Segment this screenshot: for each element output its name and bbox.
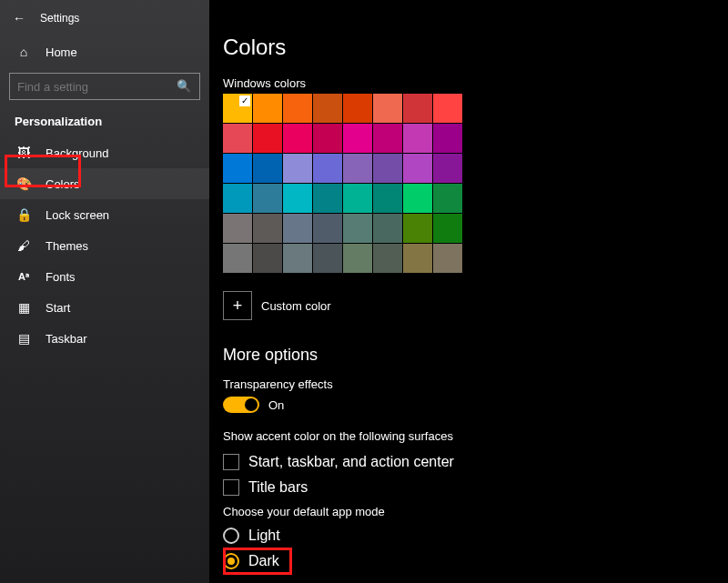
transparency-label: Transparency effects xyxy=(223,377,719,391)
home-icon: ⌂ xyxy=(15,45,33,59)
sidebar-group-label: Personalization xyxy=(0,111,209,137)
color-swatch[interactable] xyxy=(433,154,462,183)
main-content: Colors Windows colors ✓ + Custom color M… xyxy=(223,35,719,578)
color-swatch[interactable]: ✓ xyxy=(223,94,252,123)
sidebar-item-label: Themes xyxy=(46,239,88,253)
color-swatch[interactable] xyxy=(283,244,312,273)
color-swatch[interactable] xyxy=(223,214,252,243)
radio-dark[interactable]: Dark xyxy=(223,553,719,569)
color-swatch[interactable] xyxy=(253,244,282,273)
color-swatch[interactable] xyxy=(253,124,282,153)
radio-label: Light xyxy=(248,528,280,544)
color-swatch[interactable] xyxy=(283,184,312,213)
color-swatch[interactable] xyxy=(253,154,282,183)
color-swatch[interactable] xyxy=(313,154,342,183)
sidebar-item-label: Background xyxy=(46,146,108,160)
checkbox-label: Start, taskbar, and action center xyxy=(248,454,454,470)
sidebar-item-themes[interactable]: 🖌 Themes xyxy=(0,230,209,261)
checkbox-icon xyxy=(223,479,239,496)
color-swatch[interactable] xyxy=(433,94,462,123)
radio-icon xyxy=(223,553,239,569)
color-swatch[interactable] xyxy=(253,214,282,243)
sidebar-item-background[interactable]: 🖼 Background xyxy=(0,137,209,168)
color-swatch[interactable] xyxy=(403,184,432,213)
more-options-heading: More options xyxy=(223,346,719,365)
color-swatch[interactable] xyxy=(373,244,402,273)
color-swatch[interactable] xyxy=(343,94,372,123)
color-swatch[interactable] xyxy=(433,184,462,213)
color-swatch[interactable] xyxy=(313,124,342,153)
taskbar-icon: ▤ xyxy=(15,331,33,346)
sidebar-item-label: Taskbar xyxy=(46,332,87,346)
sidebar-item-lockscreen[interactable]: 🔒 Lock screen xyxy=(0,199,209,230)
checkbox-icon xyxy=(223,454,239,470)
transparency-toggle[interactable] xyxy=(223,397,259,413)
checkbox-start-taskbar[interactable]: Start, taskbar, and action center xyxy=(223,454,719,470)
color-swatch[interactable] xyxy=(433,214,462,243)
color-swatch[interactable] xyxy=(343,214,372,243)
page-title: Colors xyxy=(223,35,719,60)
accent-surfaces-label: Show accent color on the following surfa… xyxy=(223,429,719,443)
color-swatch[interactable] xyxy=(223,124,252,153)
color-swatch[interactable] xyxy=(313,94,342,123)
back-arrow-icon[interactable]: ← xyxy=(11,11,27,25)
sidebar-item-label: Lock screen xyxy=(46,208,109,222)
color-swatch[interactable] xyxy=(373,154,402,183)
color-swatch[interactable] xyxy=(253,184,282,213)
image-icon: 🖼 xyxy=(15,146,33,160)
color-swatch[interactable] xyxy=(403,124,432,153)
color-swatch[interactable] xyxy=(313,244,342,273)
fonts-icon: Aᵃ xyxy=(15,271,33,283)
search-wrap: 🔍 xyxy=(9,73,200,100)
color-swatch[interactable] xyxy=(433,244,462,273)
default-app-mode-label: Choose your default app mode xyxy=(223,505,719,518)
color-swatch[interactable] xyxy=(373,124,402,153)
start-icon: ▦ xyxy=(15,300,33,315)
custom-color-label: Custom color xyxy=(261,299,331,313)
checkbox-title-bars[interactable]: Title bars xyxy=(223,479,719,496)
color-swatch[interactable] xyxy=(283,94,312,123)
color-swatch[interactable] xyxy=(343,124,372,153)
sidebar-item-start[interactable]: ▦ Start xyxy=(0,292,209,323)
color-swatch[interactable] xyxy=(283,154,312,183)
color-swatch[interactable] xyxy=(223,244,252,273)
radio-icon xyxy=(223,528,239,544)
color-swatch[interactable] xyxy=(343,184,372,213)
color-swatch[interactable] xyxy=(253,94,282,123)
palette-icon: 🎨 xyxy=(15,176,33,191)
color-swatch[interactable] xyxy=(223,154,252,183)
color-swatch[interactable] xyxy=(343,154,372,183)
sidebar-item-fonts[interactable]: Aᵃ Fonts xyxy=(0,261,209,292)
plus-icon: + xyxy=(233,297,243,316)
lock-icon: 🔒 xyxy=(15,207,33,222)
transparency-state: On xyxy=(268,398,284,412)
color-swatch[interactable] xyxy=(313,184,342,213)
color-swatch[interactable] xyxy=(373,214,402,243)
color-swatch[interactable] xyxy=(403,214,432,243)
color-swatch[interactable] xyxy=(373,94,402,123)
sidebar-item-label: Colors xyxy=(46,177,80,191)
window-title: Settings xyxy=(40,12,79,25)
checkbox-label: Title bars xyxy=(248,479,308,496)
color-swatch[interactable] xyxy=(313,214,342,243)
color-swatch[interactable] xyxy=(403,244,432,273)
settings-sidebar: ← Settings ⌂ Home 🔍 Personalization 🖼 Ba… xyxy=(0,0,209,583)
color-swatch[interactable] xyxy=(283,124,312,153)
custom-color-button[interactable]: + xyxy=(223,291,252,320)
sidebar-item-label: Start xyxy=(46,301,70,315)
search-input[interactable] xyxy=(9,73,200,100)
color-swatch[interactable] xyxy=(223,184,252,213)
color-swatch[interactable] xyxy=(433,124,462,153)
color-swatch[interactable] xyxy=(373,184,402,213)
radio-label: Dark xyxy=(248,553,279,569)
brush-icon: 🖌 xyxy=(15,238,33,253)
color-swatch[interactable] xyxy=(283,214,312,243)
color-swatch[interactable] xyxy=(403,94,432,123)
check-icon: ✓ xyxy=(239,95,250,106)
sidebar-item-colors[interactable]: 🎨 Colors xyxy=(0,168,209,199)
sidebar-item-taskbar[interactable]: ▤ Taskbar xyxy=(0,323,209,354)
radio-light[interactable]: Light xyxy=(223,528,719,544)
nav-home[interactable]: ⌂ Home xyxy=(0,36,209,67)
color-swatch[interactable] xyxy=(403,154,432,183)
color-swatch[interactable] xyxy=(343,244,372,273)
